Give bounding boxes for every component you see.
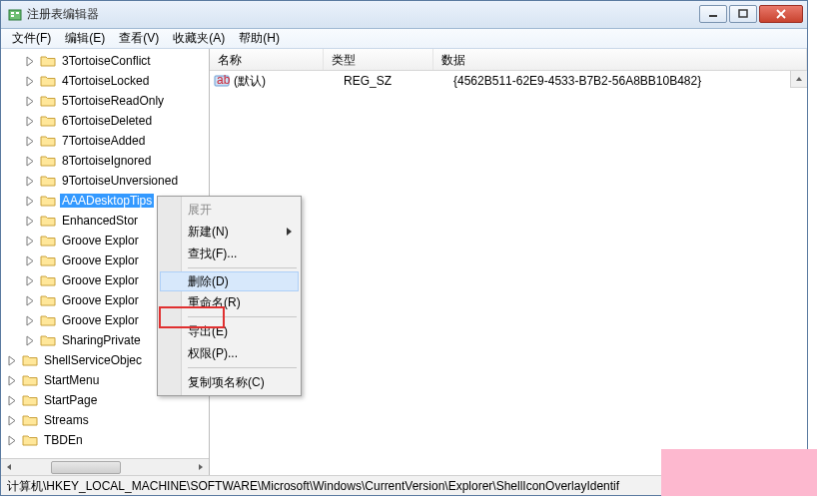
tree-item-label: ShellServiceObjec [42,353,144,367]
expand-icon[interactable] [25,196,36,207]
menu-edit[interactable]: 编辑(E) [58,28,112,49]
tree-item[interactable]: 7TortoiseAdded [1,131,209,151]
expand-icon[interactable] [25,136,36,147]
svg-marker-29 [199,464,203,470]
folder-icon [40,214,56,228]
folder-icon [40,293,56,307]
svg-marker-33 [287,228,292,236]
context-menu-item[interactable]: 查找(F)... [160,243,299,264]
maximize-button[interactable] [729,5,757,23]
folder-icon [22,373,38,387]
expand-icon[interactable] [25,176,36,187]
tree-item-label: StartMenu [42,373,101,387]
string-value-icon: ab [214,73,230,89]
svg-marker-30 [796,77,802,81]
tree-item-label: 6TortoiseDeleted [60,114,154,128]
tree-item-label: 3TortoiseConflict [60,54,153,68]
column-type[interactable]: 类型 [324,49,433,70]
close-button[interactable] [759,5,803,23]
context-menu-item-label: 新建(N) [188,224,229,241]
folder-icon [40,154,56,168]
tree-item-label: Groove Explor [60,234,141,248]
folder-icon [40,273,56,287]
tree-item[interactable]: 6TortoiseDeleted [1,111,209,131]
context-menu-item-label: 重命名(R) [188,294,241,311]
context-menu-item: 展开 [160,199,299,221]
svg-marker-17 [27,237,33,246]
menu-help[interactable]: 帮助(H) [232,28,287,49]
expand-icon[interactable] [7,355,18,366]
column-data[interactable]: 数据 [433,49,807,70]
context-menu-item-label: 导出(E) [188,323,228,340]
svg-marker-26 [9,416,15,425]
expand-icon[interactable] [7,395,18,406]
submenu-arrow-icon [287,225,293,239]
expand-icon[interactable] [25,156,36,167]
tree-item[interactable]: TBDEn [1,430,209,450]
value-name: (默认) [234,73,344,90]
svg-marker-11 [27,117,33,126]
tree-horizontal-scrollbar[interactable] [1,458,209,475]
menubar: 文件(F) 编辑(E) 查看(V) 收藏夹(A) 帮助(H) [1,29,807,49]
expand-icon[interactable] [25,315,36,326]
tree-item[interactable]: 4TortoiseLocked [1,71,209,91]
tree-item[interactable]: 8TortoiseIgnored [1,151,209,171]
context-menu-item[interactable]: 复制项名称(C) [160,371,299,393]
expand-icon[interactable] [25,56,36,67]
expand-icon[interactable] [25,255,36,266]
expand-icon[interactable] [7,435,18,446]
context-menu-item[interactable]: 导出(E) [160,320,299,342]
scroll-left-arrow-icon[interactable] [1,459,18,476]
expand-icon[interactable] [25,76,36,87]
folder-icon [40,234,56,248]
context-menu-item[interactable]: 删除(D) [160,271,299,291]
tree-item-label: 4TortoiseLocked [60,74,151,88]
expand-icon[interactable] [25,236,36,247]
expand-icon[interactable] [25,335,36,346]
folder-icon [40,194,56,208]
list-row[interactable]: ab (默认) REG_SZ {4562B511-62E9-4533-B7B2-… [210,71,807,91]
tree-item[interactable]: 9TortoiseUnversioned [1,171,209,191]
minimize-button[interactable] [699,5,727,23]
expand-icon[interactable] [25,96,36,107]
context-menu-item-label: 权限(P)... [188,345,238,362]
svg-marker-22 [27,336,33,345]
expand-icon[interactable] [25,295,36,306]
list-scroll-up-arrow-icon[interactable] [790,71,807,88]
tree-item[interactable]: 3TortoiseConflict [1,51,209,71]
svg-rect-3 [16,12,19,14]
folder-icon [22,353,38,367]
menu-file[interactable]: 文件(F) [5,28,58,49]
expand-icon[interactable] [7,375,18,386]
expand-icon[interactable] [25,116,36,127]
folder-icon [40,253,56,267]
tree-item-label: Groove Explor [60,313,141,327]
status-path: 计算机\HKEY_LOCAL_MACHINE\SOFTWARE\Microsof… [7,479,619,493]
tree-item-label: SharingPrivate [60,333,143,347]
tree-item[interactable]: Streams [1,410,209,430]
svg-marker-19 [27,276,33,285]
svg-marker-18 [27,256,33,265]
context-menu-item[interactable]: 重命名(R) [160,291,299,313]
folder-icon [40,94,56,108]
context-menu-item[interactable]: 新建(N) [160,221,299,243]
menu-view[interactable]: 查看(V) [112,28,166,49]
context-menu-item[interactable]: 权限(P)... [160,342,299,364]
tree-item-label: 9TortoiseUnversioned [60,174,180,188]
expand-icon[interactable] [7,415,18,426]
scroll-thumb[interactable] [51,461,121,474]
folder-icon [22,393,38,407]
menu-favorites[interactable]: 收藏夹(A) [166,28,232,49]
expand-icon[interactable] [25,216,36,227]
svg-marker-14 [27,177,33,186]
titlebar[interactable]: 注册表编辑器 [1,1,807,29]
context-menu: 展开新建(N)查找(F)...删除(D)重命名(R)导出(E)权限(P)...复… [157,196,302,396]
tree-item-label: 5TortoiseReadOnly [60,94,166,108]
svg-marker-13 [27,157,33,166]
column-name[interactable]: 名称 [210,49,324,70]
scroll-right-arrow-icon[interactable] [192,459,209,476]
expand-icon[interactable] [25,275,36,286]
tree-item-label: Groove Explor [60,293,141,307]
value-type: REG_SZ [344,74,453,88]
tree-item[interactable]: 5TortoiseReadOnly [1,91,209,111]
